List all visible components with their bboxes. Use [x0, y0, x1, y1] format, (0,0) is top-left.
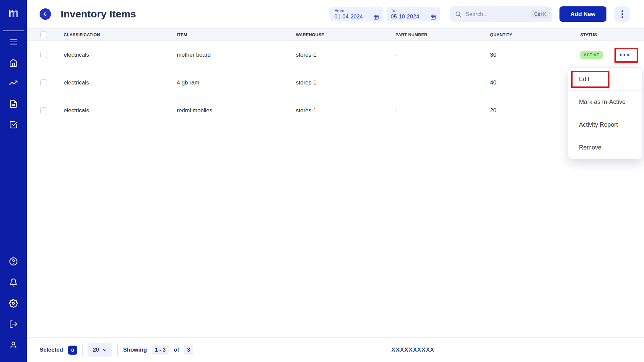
column-header-quantity[interactable]: QUANTITY [490, 28, 512, 41]
back-button[interactable] [40, 8, 51, 20]
cell-item: 4 gb ram [177, 79, 199, 86]
selected-count-badge: 0 [68, 346, 77, 355]
page-title: Inventory Items [61, 0, 136, 28]
calendar-icon [430, 14, 436, 20]
cell-item: redmi mobiles [177, 107, 212, 114]
column-header-classification[interactable]: CLASSIFICATION [64, 28, 100, 41]
row-checkbox[interactable] [40, 79, 47, 86]
search-shortcut-badge: Ctrl K [531, 10, 550, 18]
cell-classification: electricals [64, 52, 89, 58]
showing-range-badge: 1 - 3 [152, 345, 169, 355]
row-actions-button[interactable] [617, 51, 632, 58]
cell-quantity: 20 [490, 107, 496, 114]
cell-part-number: - [395, 107, 397, 114]
row-checkbox[interactable] [40, 107, 47, 114]
cell-part-number: - [395, 79, 397, 86]
trending-up-icon[interactable] [9, 78, 18, 87]
search-box: Ctrl K [450, 6, 552, 22]
status-badge: ACTIVE [580, 51, 603, 59]
cell-warehouse: stores-1 [296, 107, 316, 114]
column-header-part-number[interactable]: PART NUMBER [395, 28, 427, 41]
cell-quantity: 30 [490, 52, 496, 58]
table-header: CLASSIFICATION ITEM WAREHOUSE PART NUMBE… [27, 28, 644, 41]
of-label: of [174, 347, 179, 353]
from-label: From [334, 8, 379, 13]
home-icon[interactable] [9, 58, 18, 67]
from-date-value: 01-04-2024 [334, 14, 363, 20]
row-checkbox[interactable] [40, 52, 47, 58]
title-divider [56, 10, 56, 18]
menu-item-activity-report[interactable]: Activity Report [568, 113, 642, 136]
to-label: To [391, 8, 436, 13]
footer-watermark: XXXXXXXXXX [391, 338, 434, 362]
more-options-button[interactable] [614, 6, 630, 22]
chevron-down-icon [102, 348, 107, 353]
footer: Selected 0 20 Showing 1 - 3 of 3 XXXXXXX… [27, 337, 644, 362]
table-row: electricals 4 gb ram stores-1 - 40 [27, 69, 644, 97]
to-date-value: 05-10-2024 [391, 14, 419, 20]
row-context-menu: Edit Mark as In-Active Activity Report R… [568, 67, 643, 159]
sidebar-divider [3, 31, 24, 31]
cell-quantity: 40 [490, 79, 496, 86]
date-filter-from[interactable]: From 01-04-2024 [330, 7, 383, 21]
menu-icon[interactable] [9, 38, 18, 46]
search-input[interactable] [465, 11, 531, 18]
menu-item-edit[interactable]: Edit [568, 68, 642, 90]
gear-icon[interactable] [9, 299, 18, 308]
cell-warehouse: stores-1 [296, 79, 316, 86]
help-icon[interactable] [9, 257, 18, 266]
table-row: electricals redmi mobiles stores-1 - 20 [27, 97, 644, 124]
selected-label: Selected [40, 347, 63, 353]
cell-classification: electricals [64, 107, 89, 114]
user-icon[interactable] [9, 341, 18, 349]
bell-icon[interactable] [9, 278, 18, 287]
calendar-icon [373, 14, 379, 20]
select-all-checkbox[interactable] [40, 32, 47, 38]
footer-divider [82, 344, 83, 356]
table-row: electricals mother board stores-1 - 30 A… [27, 41, 644, 69]
showing-label: Showing [123, 347, 147, 353]
date-filter-to[interactable]: To 05-10-2024 [387, 7, 440, 21]
footer-divider [117, 344, 118, 356]
logout-icon[interactable] [9, 320, 18, 328]
column-header-status[interactable]: STATUS [580, 28, 597, 41]
menu-item-mark-inactive[interactable]: Mark as In-Active [568, 90, 642, 113]
app-logo[interactable]: m [0, 6, 27, 20]
search-icon [455, 11, 462, 17]
cell-warehouse: stores-1 [296, 52, 316, 58]
menu-item-remove[interactable]: Remove [568, 136, 642, 159]
inventory-items-page: m [0, 0, 644, 362]
add-new-button[interactable]: Add New [559, 6, 606, 22]
cell-part-number: - [395, 52, 397, 58]
column-header-item[interactable]: ITEM [177, 28, 187, 41]
document-icon[interactable] [9, 100, 18, 108]
topbar: Inventory Items From 01-04-2024 To 05-10… [27, 0, 644, 28]
sidebar: m [0, 0, 27, 362]
column-header-warehouse[interactable]: WAREHOUSE [296, 28, 324, 41]
page-size-select[interactable]: 20 [88, 343, 112, 357]
cell-classification: electricals [64, 79, 89, 86]
total-count-badge: 3 [184, 345, 193, 355]
cell-item: mother board [177, 52, 211, 58]
check-square-icon[interactable] [9, 120, 18, 129]
